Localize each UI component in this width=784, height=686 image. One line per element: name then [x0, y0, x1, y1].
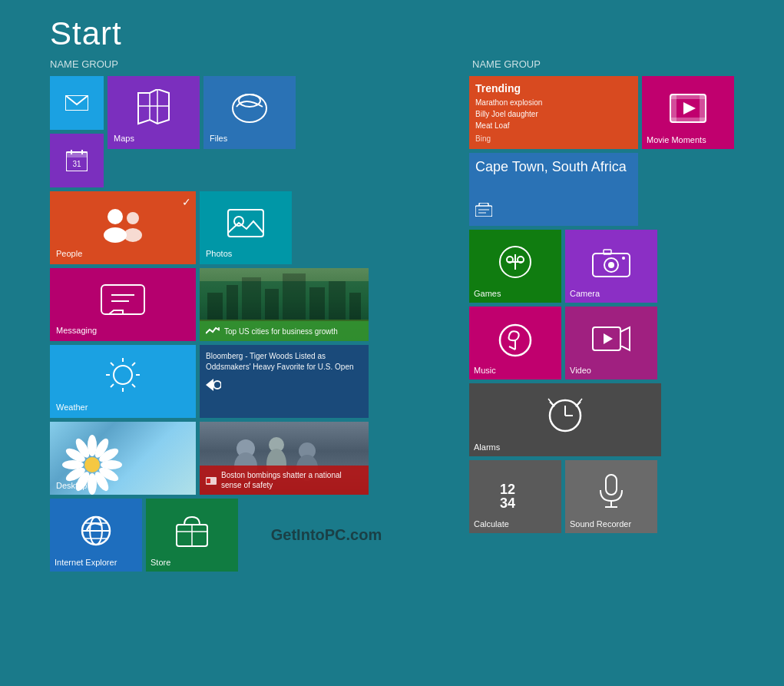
svg-point-8 — [239, 94, 260, 107]
bloomberg-tile[interactable]: Bloomberg - Tiger Woods Listed as Oddsma… — [200, 345, 369, 418]
svg-point-7 — [233, 94, 266, 122]
svg-line-33 — [111, 363, 114, 366]
music-tile[interactable]: Music — [469, 307, 561, 379]
svg-rect-25 — [309, 287, 325, 320]
svg-rect-13 — [228, 210, 263, 237]
calculate-label: Calculate — [474, 519, 557, 529]
photos-tile[interactable]: Photos — [200, 191, 292, 264]
movie-moments-tile[interactable]: Movie Moments — [642, 76, 734, 149]
svg-text:31: 31 — [72, 160, 81, 168]
games-label: Games — [474, 289, 557, 298]
store-label: Store — [151, 558, 233, 567]
svg-point-38 — [213, 381, 221, 389]
news-cities-headline: Top US cities for business growth — [224, 327, 338, 336]
svg-text:12: 12 — [500, 482, 515, 497]
svg-point-86 — [622, 257, 625, 260]
svg-marker-91 — [620, 327, 630, 350]
svg-rect-27 — [349, 293, 361, 320]
boston-tile[interactable]: Boston bombings shatter a national sense… — [200, 422, 369, 495]
svg-marker-37 — [206, 379, 213, 391]
news-cities-tile[interactable]: Top US cities for business growth — [200, 268, 369, 341]
maps-label: Maps — [114, 134, 194, 143]
store-tile[interactable]: Store — [146, 499, 238, 572]
svg-point-12 — [124, 228, 142, 242]
checkmark-icon: ✓ — [182, 196, 191, 208]
messaging-tile[interactable]: Messaging — [50, 268, 196, 341]
svg-line-34 — [132, 384, 135, 387]
svg-rect-20 — [207, 293, 223, 320]
svg-rect-59 — [207, 479, 210, 483]
ie-label: Internet Explorer — [55, 558, 137, 567]
files-label: Files — [210, 134, 289, 143]
trending-item1: Marathon explosion — [475, 97, 632, 108]
sound-recorder-label: Sound Recorder — [570, 519, 653, 529]
music-label: Music — [474, 366, 557, 375]
svg-point-84 — [608, 262, 614, 268]
calculate-tile[interactable]: 12 34 Calculate — [469, 460, 561, 533]
camera-label: Camera — [570, 289, 653, 298]
trending-item3: Meat Loaf — [475, 120, 632, 131]
svg-line-35 — [111, 384, 114, 387]
svg-text:34: 34 — [500, 495, 515, 511]
svg-rect-23 — [265, 289, 279, 320]
svg-rect-72 — [670, 118, 706, 122]
svg-rect-102 — [606, 475, 617, 495]
svg-marker-92 — [604, 333, 613, 344]
movie-moments-label: Movie Moments — [647, 135, 729, 144]
maps-tile[interactable]: Maps — [108, 76, 200, 149]
weather-label: Weather — [56, 403, 190, 412]
camera-tile[interactable]: Camera — [565, 230, 657, 303]
boston-headline: Boston bombings shatter a national sense… — [221, 470, 362, 490]
svg-point-10 — [104, 227, 127, 243]
group-header-2: Name group — [472, 58, 541, 70]
weather-tile[interactable]: Weather — [50, 345, 196, 418]
watermark: GetIntoPC.com — [271, 526, 382, 544]
svg-marker-18 — [109, 310, 123, 314]
capetown-label: Cape Town, South Africa — [475, 159, 632, 176]
svg-line-89 — [509, 346, 515, 350]
video-label: Video — [570, 366, 653, 375]
svg-point-11 — [127, 212, 139, 224]
svg-marker-73 — [683, 102, 696, 114]
trending-item2: Billy Joel daughter — [475, 108, 632, 120]
files-tile[interactable]: Files — [203, 76, 296, 149]
trending-tile[interactable]: Trending Marathon explosion Billy Joel d… — [469, 76, 638, 149]
mail-tile[interactable] — [50, 76, 104, 130]
games-tile[interactable]: Games — [469, 230, 561, 303]
desktop-label: Desktop — [56, 481, 87, 490]
svg-rect-74 — [475, 206, 492, 217]
svg-line-99 — [576, 399, 582, 406]
svg-point-28 — [114, 366, 132, 384]
alarms-label: Alarms — [474, 442, 657, 452]
video-tile[interactable]: Video — [565, 307, 657, 379]
svg-point-51 — [84, 457, 100, 472]
svg-line-36 — [132, 363, 135, 366]
svg-rect-71 — [670, 94, 706, 99]
ie-tile[interactable]: Internet Explorer — [50, 499, 142, 572]
page-title: Start — [0, 0, 784, 52]
calendar-tile[interactable]: 31 — [50, 134, 104, 187]
people-tile[interactable]: ✓ People — [50, 191, 196, 264]
svg-line-98 — [548, 399, 554, 406]
svg-rect-21 — [227, 285, 238, 320]
capetown-tile[interactable]: Cape Town, South Africa — [469, 153, 638, 226]
svg-point-9 — [108, 209, 123, 224]
trending-source: Bing — [475, 134, 632, 143]
people-label: People — [56, 249, 190, 258]
svg-rect-22 — [242, 277, 261, 320]
messaging-label: Messaging — [56, 326, 190, 335]
bloomberg-headline: Bloomberg - Tiger Woods Listed as Oddsma… — [206, 351, 362, 373]
svg-rect-26 — [329, 281, 346, 320]
svg-rect-2 — [66, 152, 88, 157]
group-header-1: Name group — [50, 58, 472, 70]
trending-title: Trending — [475, 82, 632, 94]
svg-rect-24 — [283, 273, 306, 320]
photos-label: Photos — [206, 249, 286, 258]
sound-recorder-tile[interactable]: Sound Recorder — [565, 460, 657, 533]
alarms-tile[interactable]: Alarms — [469, 383, 661, 456]
desktop-tile[interactable]: Desktop — [50, 422, 196, 495]
